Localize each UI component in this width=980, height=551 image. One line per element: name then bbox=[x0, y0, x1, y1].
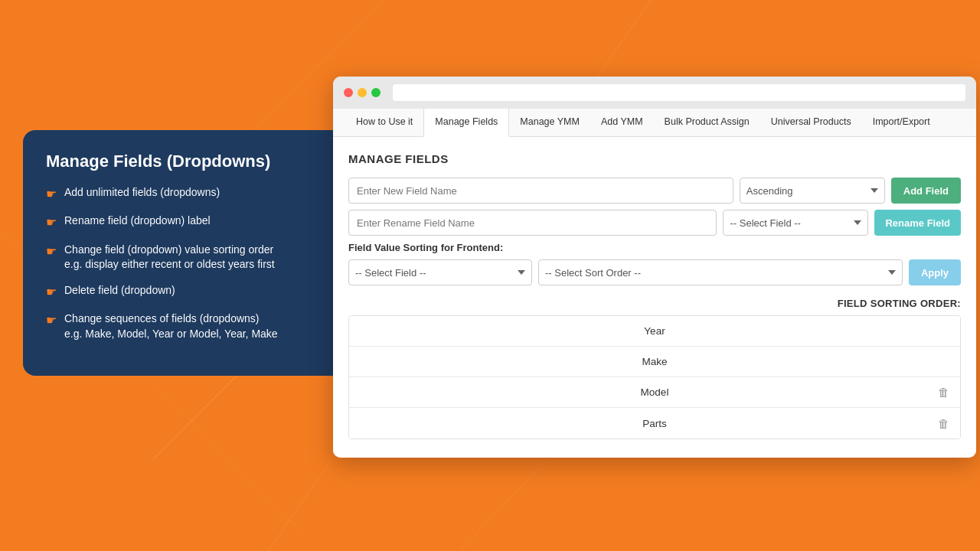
sorting-field-select[interactable]: -- Select Field -- Year Make Model Parts bbox=[348, 259, 532, 285]
select-field-dropdown[interactable]: -- Select Field -- Year Make Model Parts bbox=[723, 210, 868, 236]
rename-field-row: -- Select Field -- Year Make Model Parts… bbox=[348, 210, 961, 236]
feature-item-4: ☛ Delete field (dropdown) bbox=[46, 283, 329, 301]
new-field-name-input[interactable] bbox=[348, 178, 733, 204]
left-panel: Manage Fields (Dropdowns) ☛ Add unlimite… bbox=[23, 130, 352, 376]
minimize-dot[interactable] bbox=[358, 88, 367, 97]
field-list: Year Make Model 🗑 Parts 🗑 bbox=[348, 315, 961, 439]
feature-item-1: ☛ Add unlimited fields (dropdowns) bbox=[46, 185, 329, 203]
rename-field-button[interactable]: Rename Field bbox=[874, 210, 961, 236]
finger-icon-5: ☛ bbox=[46, 312, 57, 329]
field-row-model: Model 🗑 bbox=[349, 377, 960, 408]
browser-titlebar bbox=[333, 77, 976, 109]
field-name-make: Make bbox=[642, 356, 667, 367]
finger-icon-3: ☛ bbox=[46, 243, 57, 260]
add-field-button[interactable]: Add Field bbox=[891, 178, 961, 204]
nav-tabs: How to Use it Manage Fields Manage YMM A… bbox=[333, 109, 976, 137]
close-dot[interactable] bbox=[344, 88, 353, 97]
feature-text-5: Change sequences of fields (dropdowns)e.… bbox=[64, 311, 278, 341]
maximize-dot[interactable] bbox=[371, 88, 381, 97]
rename-field-input[interactable] bbox=[348, 210, 717, 236]
section-title: MANAGE FIELDS bbox=[348, 152, 961, 165]
feature-item-2: ☛ Rename field (dropdown) label bbox=[46, 214, 329, 231]
feature-text-3: Change field (dropdown) value sorting or… bbox=[64, 243, 275, 272]
finger-icon-1: ☛ bbox=[46, 186, 57, 203]
apply-button[interactable]: Apply bbox=[909, 259, 961, 285]
tab-how-to-use[interactable]: How to Use it bbox=[345, 109, 423, 136]
field-name-parts: Parts bbox=[642, 418, 667, 429]
tab-add-ymm[interactable]: Add YMM bbox=[590, 109, 654, 136]
delete-model-icon[interactable]: 🗑 bbox=[938, 386, 949, 399]
tab-bulk-product[interactable]: Bulk Product Assign bbox=[654, 109, 760, 136]
field-row-make: Make bbox=[349, 347, 960, 377]
finger-icon-4: ☛ bbox=[46, 284, 57, 301]
field-name-model: Model bbox=[641, 386, 669, 398]
sort-order-dropdown[interactable]: -- Select Sort Order -- Ascending Descen… bbox=[538, 259, 903, 285]
tab-manage-ymm[interactable]: Manage YMM bbox=[509, 109, 590, 136]
field-row-parts: Parts 🗑 bbox=[349, 408, 960, 439]
field-sorting-title: FIELD SORTING ORDER: bbox=[348, 298, 961, 309]
address-bar[interactable] bbox=[393, 84, 965, 101]
main-content: MANAGE FIELDS Ascending Descending Add F… bbox=[333, 137, 976, 458]
feature-text-2: Rename field (dropdown) label bbox=[64, 214, 211, 229]
sort-order-select[interactable]: Ascending Descending bbox=[740, 178, 885, 204]
tab-universal-products[interactable]: Universal Products bbox=[760, 109, 862, 136]
delete-parts-icon[interactable]: 🗑 bbox=[938, 417, 949, 430]
feature-item-5: ☛ Change sequences of fields (dropdowns)… bbox=[46, 311, 329, 341]
sorting-row: -- Select Field -- Year Make Model Parts… bbox=[348, 259, 961, 285]
feature-text-4: Delete field (dropdown) bbox=[64, 283, 175, 298]
feature-text-1: Add unlimited fields (dropdowns) bbox=[64, 185, 220, 201]
field-name-year: Year bbox=[644, 325, 665, 337]
browser-window: How to Use it Manage Fields Manage YMM A… bbox=[333, 77, 976, 458]
finger-icon-2: ☛ bbox=[46, 214, 57, 231]
tab-import-export[interactable]: Import/Export bbox=[862, 109, 941, 136]
panel-title: Manage Fields (Dropdowns) bbox=[46, 152, 329, 171]
tab-manage-fields[interactable]: Manage Fields bbox=[423, 109, 509, 137]
add-field-row: Ascending Descending Add Field bbox=[348, 178, 961, 204]
sorting-label: Field Value Sorting for Frontend: bbox=[348, 242, 961, 253]
field-row-year: Year bbox=[349, 316, 960, 347]
feature-item-3: ☛ Change field (dropdown) value sorting … bbox=[46, 243, 329, 272]
